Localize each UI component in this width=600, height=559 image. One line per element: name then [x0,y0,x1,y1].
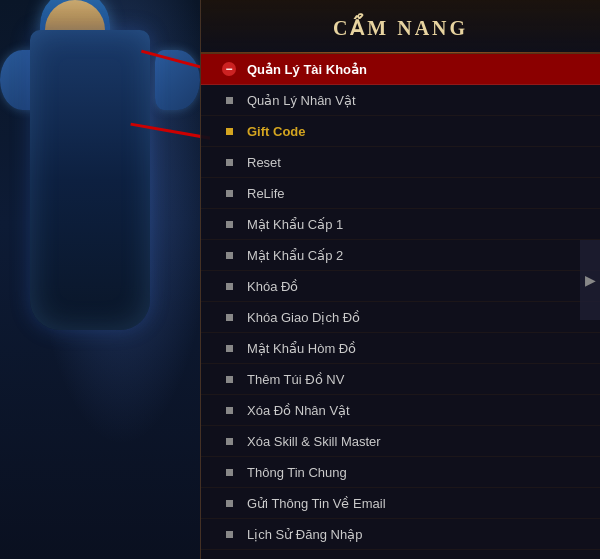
menu-bullet-relife [221,185,237,201]
menu-list: −Quản Lý Tài KhoảnQuản Lý Nhân VậtGift C… [201,54,600,550]
menu-bullet-them-tui-do-nv [221,371,237,387]
square-bullet-icon [226,376,233,383]
menu-label-reset: Reset [247,155,281,170]
menu-bullet-khoa-do [221,278,237,294]
menu-item-gui-thong-tin-ve-email[interactable]: Gửi Thông Tin Về Email [201,488,600,519]
right-edge: ▶ [580,240,600,320]
menu-label-xoa-skill-skill-master: Xóa Skill & Skill Master [247,434,381,449]
menu-item-khoa-do[interactable]: Khóa Đồ [201,271,600,302]
background-left [0,0,210,559]
menu-item-khoa-giao-dich-do[interactable]: Khóa Giao Dịch Đồ [201,302,600,333]
minus-bullet-icon: − [222,62,236,76]
menu-item-relife[interactable]: ReLife [201,178,600,209]
menu-label-them-tui-do-nv: Thêm Túi Đồ NV [247,372,344,387]
menu-bullet-gui-thong-tin-ve-email [221,495,237,511]
menu-bullet-quan-ly-tai-khoan: − [221,61,237,77]
menu-label-khoa-giao-dich-do: Khóa Giao Dịch Đồ [247,310,360,325]
square-bullet-icon [226,500,233,507]
menu-label-thong-tin-chung: Thông Tin Chung [247,465,347,480]
menu-bullet-reset [221,154,237,170]
hero-body [30,30,150,330]
menu-item-mat-khau-cap-2[interactable]: Mật Khẩu Cấp 2 [201,240,600,271]
right-arrow-icon: ▶ [585,272,596,288]
menu-item-reset[interactable]: Reset [201,147,600,178]
square-gold-bullet-icon [226,128,233,135]
menu-bullet-thong-tin-chung [221,464,237,480]
menu-bullet-khoa-giao-dich-do [221,309,237,325]
square-bullet-icon [226,314,233,321]
menu-label-khoa-do: Khóa Đồ [247,279,298,294]
menu-item-lich-su-dang-nhap[interactable]: Lịch Sử Đăng Nhập [201,519,600,550]
menu-item-thong-tin-chung[interactable]: Thông Tin Chung [201,457,600,488]
menu-item-quan-ly-tai-khoan[interactable]: −Quản Lý Tài Khoản [201,54,600,85]
menu-label-relife: ReLife [247,186,285,201]
panel-header: CẨM NANG [201,0,600,54]
menu-label-gui-thong-tin-ve-email: Gửi Thông Tin Về Email [247,496,386,511]
square-bullet-icon [226,97,233,104]
menu-item-gift-code[interactable]: Gift Code [201,116,600,147]
menu-label-xoa-do-nhan-vat: Xóa Đồ Nhân Vật [247,403,350,418]
menu-bullet-xoa-do-nhan-vat [221,402,237,418]
square-bullet-icon [226,190,233,197]
cam-nang-panel: CẨM NANG −Quản Lý Tài KhoảnQuản Lý Nhân … [200,0,600,559]
square-bullet-icon [226,221,233,228]
square-bullet-icon [226,407,233,414]
menu-item-xoa-skill-skill-master[interactable]: Xóa Skill & Skill Master [201,426,600,457]
menu-item-mat-khau-hom-do[interactable]: Mật Khẩu Hòm Đồ [201,333,600,364]
menu-label-mat-khau-hom-do: Mật Khẩu Hòm Đồ [247,341,356,356]
square-bullet-icon [226,159,233,166]
square-bullet-icon [226,283,233,290]
menu-bullet-mat-khau-cap-1 [221,216,237,232]
menu-item-mat-khau-cap-1[interactable]: Mật Khẩu Cấp 1 [201,209,600,240]
panel-title: CẨM NANG [333,17,468,39]
menu-label-quan-ly-tai-khoan: Quản Lý Tài Khoản [247,62,367,77]
menu-bullet-gift-code [221,123,237,139]
square-bullet-icon [226,345,233,352]
menu-label-lich-su-dang-nhap: Lịch Sử Đăng Nhập [247,527,362,542]
menu-bullet-mat-khau-hom-do [221,340,237,356]
menu-label-mat-khau-cap-1: Mật Khẩu Cấp 1 [247,217,343,232]
hero-figure [0,0,210,559]
menu-label-gift-code: Gift Code [247,124,306,139]
square-bullet-icon [226,438,233,445]
menu-item-xoa-do-nhan-vat[interactable]: Xóa Đồ Nhân Vật [201,395,600,426]
menu-item-them-tui-do-nv[interactable]: Thêm Túi Đồ NV [201,364,600,395]
menu-bullet-quan-ly-nhan-vat [221,92,237,108]
menu-label-mat-khau-cap-2: Mật Khẩu Cấp 2 [247,248,343,263]
menu-item-quan-ly-nhan-vat[interactable]: Quản Lý Nhân Vật [201,85,600,116]
menu-label-quan-ly-nhan-vat: Quản Lý Nhân Vật [247,93,356,108]
menu-bullet-xoa-skill-skill-master [221,433,237,449]
square-bullet-icon [226,531,233,538]
menu-bullet-mat-khau-cap-2 [221,247,237,263]
square-bullet-icon [226,469,233,476]
menu-bullet-lich-su-dang-nhap [221,526,237,542]
square-bullet-icon [226,252,233,259]
